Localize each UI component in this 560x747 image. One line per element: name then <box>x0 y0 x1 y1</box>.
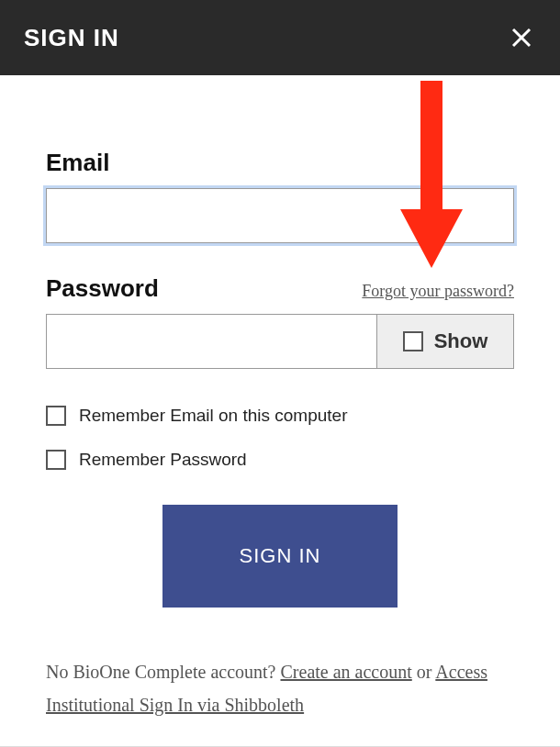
email-label: Email <box>46 149 109 177</box>
remember-options: Remember Email on this computer Remember… <box>46 406 514 470</box>
signin-button[interactable]: SIGN IN <box>162 505 398 608</box>
close-button[interactable] <box>507 23 536 52</box>
password-field-group: Password Forgot your password? Show <box>46 274 514 369</box>
remember-password-row[interactable]: Remember Password <box>46 450 514 470</box>
password-label-row: Password Forgot your password? <box>46 274 514 303</box>
footer-text: No BioOne Complete account? Create an ac… <box>46 655 514 721</box>
email-label-row: Email <box>46 149 514 177</box>
email-field-group: Email <box>46 149 514 243</box>
remember-email-label: Remember Email on this computer <box>79 406 348 426</box>
close-icon <box>510 27 532 49</box>
modal-header: SIGN IN <box>0 0 560 75</box>
show-password-checkbox[interactable] <box>403 331 423 351</box>
email-input[interactable] <box>46 188 514 243</box>
remember-password-label: Remember Password <box>79 450 247 470</box>
password-input-row: Show <box>46 314 514 369</box>
remember-email-checkbox[interactable] <box>46 406 66 426</box>
password-label: Password <box>46 274 159 303</box>
show-password-toggle[interactable]: Show <box>376 314 514 369</box>
password-input[interactable] <box>46 314 376 369</box>
create-account-link[interactable]: Create an account <box>281 662 412 682</box>
remember-email-row[interactable]: Remember Email on this computer <box>46 406 514 426</box>
forgot-password-link[interactable]: Forgot your password? <box>362 282 514 301</box>
modal-title: SIGN IN <box>24 24 119 52</box>
or-text: or <box>412 662 436 682</box>
remember-password-checkbox[interactable] <box>46 450 66 470</box>
show-password-label: Show <box>434 329 488 353</box>
signin-form: Email Password Forgot your password? Sho… <box>0 75 560 721</box>
no-account-prefix: No BioOne Complete account? <box>46 662 281 682</box>
